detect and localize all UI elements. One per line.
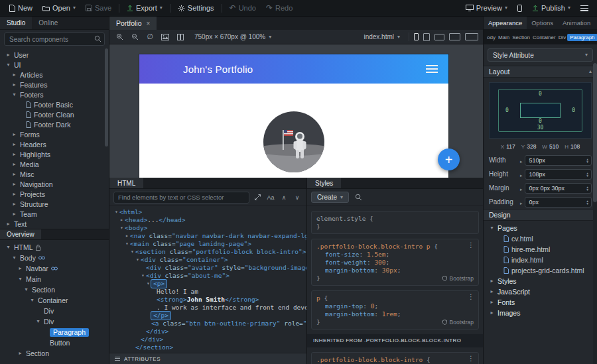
device-phone-icon[interactable] [414, 33, 419, 40]
save-button[interactable]: Save [81, 0, 116, 17]
dimension-input[interactable]: 108px [525, 169, 592, 180]
overview-tree-item[interactable]: ▾ Section [0, 284, 109, 295]
design-tree-item[interactable]: ▸ Styles [484, 276, 597, 286]
component-tree-item[interactable]: Footer Basic [0, 99, 109, 109]
overview-tree-item[interactable]: ▾ Main [0, 274, 109, 284]
code-line[interactable]: ▾ <html> [109, 208, 306, 216]
component-tree-item[interactable]: ▸ Projects [0, 189, 109, 199]
css-property[interactable]: margin-bottom1rem [316, 310, 474, 318]
component-tree-item[interactable]: Footer Dark [0, 119, 109, 129]
overview-tree-item[interactable]: ▾ Div [0, 316, 109, 327]
rule-menu-icon[interactable]: ⋮ [468, 294, 474, 300]
css-rule-block-intro[interactable]: ⋮ .portfolio-block.block-intro text-alig… [311, 352, 479, 364]
search-input[interactable] [4, 32, 105, 46]
component-tree-item[interactable]: ▸ Highlights [0, 149, 109, 159]
previous-match-icon[interactable]: ∧ [279, 192, 289, 203]
right-scrollbar[interactable] [593, 63, 597, 364]
code-line[interactable]: <strong>John Smith</strong> [109, 296, 306, 304]
next-match-icon[interactable]: ∨ [292, 192, 302, 203]
code-caret-icon[interactable]: ▾ [119, 225, 125, 231]
device-widescreen-icon[interactable] [465, 33, 478, 40]
tree-caret-icon[interactable]: ▸ [489, 310, 495, 316]
component-tree-item[interactable]: ▸ Features [0, 80, 109, 90]
overview-tree-item[interactable]: ▸ Section [0, 348, 109, 359]
code-line[interactable]: Hello! I am [109, 288, 306, 296]
style-attribute-select[interactable]: Style Attribute ▾ [488, 48, 593, 62]
device-desktop-icon[interactable] [449, 33, 460, 40]
design-tree-item[interactable]: ▸ Fonts [484, 297, 597, 308]
breadcrumb-item[interactable]: Paragraph [567, 34, 597, 41]
right-scrollbar-thumb[interactable] [593, 63, 597, 202]
code-caret-icon[interactable]: ▸ [124, 233, 130, 239]
component-tree-item[interactable]: ▾ Footers [0, 90, 109, 99]
tree-caret-icon[interactable]: ▸ [11, 212, 17, 217]
stepper[interactable] [586, 200, 588, 205]
tree-caret-icon[interactable]: ▸ [11, 152, 17, 157]
code-caret-icon[interactable]: ▾ [113, 210, 119, 215]
css-property[interactable]: font-size1.5em [316, 251, 474, 259]
tree-caret-icon[interactable]: ▾ [5, 62, 11, 68]
box-model-diagram[interactable]: 0 0 0 0 30 [489, 82, 592, 139]
overview-tree-item[interactable]: ▾ HTML [0, 242, 109, 253]
code-line[interactable]: <a class="btn btn-outline-primary" role=… [109, 320, 306, 328]
chevron-right-icon[interactable] [520, 156, 523, 164]
design-tree-item[interactable]: cv.html [484, 233, 597, 244]
tree-caret-icon[interactable]: ▸ [11, 72, 17, 78]
code-line[interactable]: ▾ <div class="about-me"> [109, 272, 306, 280]
design-section-header[interactable]: Design [484, 209, 597, 221]
page-navbar[interactable]: John's Portfolio [139, 54, 448, 84]
document-tab-portfolio[interactable]: Portfolio × [109, 17, 157, 30]
design-tree-item[interactable]: hire-me.html [484, 244, 597, 255]
layout-section-header[interactable]: Layout ▴ [484, 66, 597, 78]
tree-caret-icon[interactable]: ▸ [11, 82, 17, 88]
code-line[interactable]: ▾ <body> [109, 224, 306, 232]
code-line[interactable]: . I work as interface and front end deve… [109, 304, 306, 312]
breadcrumb-item[interactable]: Container [531, 34, 557, 41]
tree-caret-icon[interactable]: ▾ [489, 225, 495, 231]
code-line[interactable]: ▸ <nav class="navbar navbar-dark navbar-… [109, 232, 306, 240]
code-line[interactable]: </p> [109, 312, 306, 320]
dimension-input[interactable]: 0px 0px 30px [525, 183, 592, 194]
css-property[interactable]: margin-bottom30px [316, 267, 474, 274]
overview-tree-item[interactable]: ▾ Body [0, 253, 109, 263]
css-property[interactable]: margin-top0 [316, 302, 474, 310]
css-rule-block-intro-p[interactable]: ⋮ .portfolio-block.block-intro p font-si… [311, 239, 479, 286]
columns-view-button[interactable] [175, 32, 186, 42]
code-line[interactable]: ▾ <p> [109, 280, 306, 288]
chevron-right-icon[interactable] [520, 198, 523, 206]
design-tree-item[interactable]: index.html [484, 255, 597, 265]
tree-caret-icon[interactable]: ▸ [11, 182, 17, 187]
device-laptop-icon[interactable] [434, 34, 444, 40]
zoom-out-button[interactable] [129, 32, 140, 42]
left-scrollbar[interactable] [105, 48, 108, 147]
design-tree-item[interactable]: ▾ Pages [484, 223, 597, 233]
tree-caret-icon[interactable]: ▸ [489, 300, 495, 305]
overview-tree-item[interactable]: Paragraph [0, 327, 109, 337]
properties-tab[interactable]: Animation [558, 17, 595, 29]
component-tree-item[interactable]: ▸ Structure [0, 199, 109, 209]
add-element-button[interactable]: + [438, 149, 460, 170]
code-caret-icon[interactable]: ▾ [124, 241, 130, 247]
page-brand[interactable]: John's Portfolio [183, 64, 253, 75]
breadcrumb-item[interactable]: ody [486, 34, 497, 41]
component-tree-item[interactable]: ▾ UI [0, 60, 109, 70]
create-rule-button[interactable]: Create ▾ [311, 192, 349, 203]
attributes-bar[interactable]: ATTRIBUTES [109, 353, 306, 364]
page-preview[interactable]: John's Portfolio [139, 54, 448, 178]
stepper[interactable] [586, 186, 588, 191]
tree-caret-icon[interactable]: ▸ [17, 266, 23, 271]
tab-styles[interactable]: Styles [307, 178, 341, 188]
component-tree-item[interactable]: ▸ Media [0, 159, 109, 169]
search-styles-icon[interactable] [352, 192, 364, 204]
overview-tree-item[interactable]: ▸ Navbar [0, 263, 109, 274]
export-button[interactable]: Export ▾ [122, 0, 167, 17]
tree-caret-icon[interactable]: ▾ [11, 255, 17, 261]
avatar-image[interactable] [263, 111, 324, 172]
tree-caret-icon[interactable]: ▸ [5, 221, 11, 227]
new-button[interactable]: New [4, 0, 37, 17]
breadcrumb-item[interactable]: Div [557, 34, 568, 41]
component-tree-item[interactable]: ▸ User [0, 50, 109, 60]
close-icon[interactable]: × [147, 20, 151, 27]
design-tree-item[interactable]: ▸ Images [484, 308, 597, 318]
match-case-icon[interactable]: Aa [265, 192, 276, 203]
